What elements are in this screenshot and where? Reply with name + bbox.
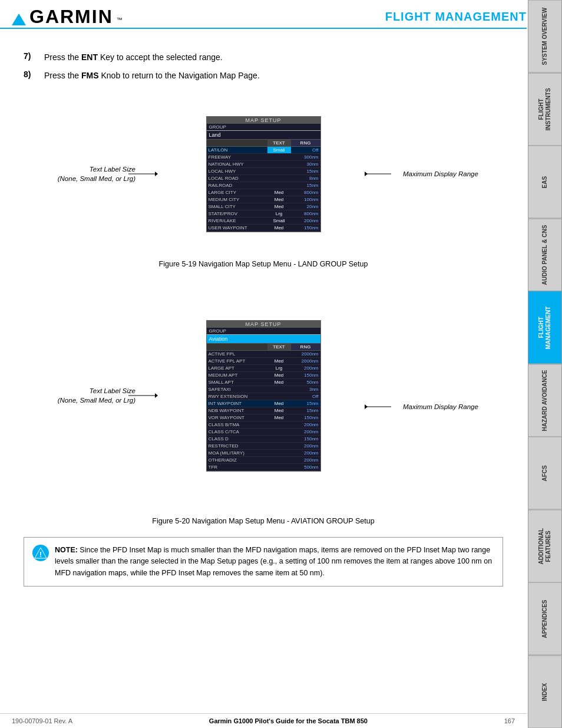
map-row-lat-lon: LAT/LON Small Off [207,147,320,154]
map-group-value-2: Aviation [207,335,320,344]
footer-right: 167 [504,717,515,724]
tab-system-overview[interactable]: SYSTEM OVERVIEW [528,0,562,73]
figure-1-left-arrow-icon [128,168,158,180]
map-row-large-city: LARGE CITY Med 800nm [207,189,320,196]
svg-marker-1 [155,172,158,176]
tab-flight-management[interactable]: FLIGHT MANAGEMENT [528,291,562,364]
map-row-vor-waypoint: VOR WAYPOINT Med 150nm [207,414,320,421]
figure-2-left-arrow-icon [128,390,158,401]
map-row-int-waypoint: INT WAYPOINT Med 15nm [207,400,320,407]
map-row-class-b-tma: CLASS B/TMA 200nm [207,421,320,429]
warning-triangle-icon: ! [34,546,47,559]
logo-triangle-icon [12,14,26,25]
step-7-text: Press the ENT Key to accept the selected… [44,51,223,64]
map-row-class-c-tca: CLASS C/TCA 200nm [207,429,320,436]
step-8: 8) Press the FMS Knob to return to the N… [24,70,503,82]
logo-tm: ™ [117,17,123,23]
map-row-river-lake: RIVER/LAKE Small 200nm [207,218,320,225]
map-row-large-apt: LARGE APT Lrg 200nm [207,365,320,372]
note-icon: ! [32,545,49,561]
map-title-2: MAP SETUP [207,321,320,328]
tab-index[interactable]: INDEX [528,655,562,729]
map-row-freeway: FREEWAY 300nm [207,154,320,161]
map-row-medium-city: MEDIUM CITY Med 100nm [207,196,320,203]
note-text: NOTE: Since the PFD Inset Map is much sm… [55,545,494,579]
figure-2-left-annotation: Text Label Size(None, Small Med, or Lrg) [41,386,135,405]
figure-1-right-annotation: Maximum Display Range [403,170,491,177]
garmin-logo: GARMIN ™ [12,6,123,28]
figure-2-wrapper: Text Label Size(None, Small Med, or Lrg)… [24,284,503,508]
map-header-1: TEXT RNG [207,140,320,147]
map-row-active-fpl-apt: ACTIVE FPL APT Med 2000nm [207,358,320,365]
page-footer: 190-00709-01 Rev. A Garmin G1000 Pilot's… [0,713,527,728]
svg-marker-3 [365,172,368,176]
map-row-restricted: RESTRICTED 200nm [207,443,320,450]
tab-additional-features[interactable]: ADDITIONAL FEATURES [528,510,562,583]
map-row-rwy-ext: RWY EXTENSION Off [207,393,320,400]
figure-1-left-annotation: Text Label Size(None, Small Med, or Lrg) [41,164,135,183]
step-8-text: Press the FMS Knob to return to the Navi… [44,70,260,82]
step-7-num: 7) [24,51,38,64]
map-row-small-city: SMALL CITY Med 20nm [207,203,320,210]
figure-1-container: Text Label Size(None, Small Med, or Lrg)… [24,93,503,268]
map-group-1: GROUP [207,124,320,131]
step-7: 7) Press the ENT Key to accept the selec… [24,51,503,64]
svg-marker-7 [365,404,368,409]
map-row-ndb-waypoint: NDB WAYPOINT Med 15nm [207,407,320,414]
logo-text: GARMIN [29,6,113,28]
tab-eas[interactable]: EAS [528,146,562,219]
figure-1-caption: Figure 5-19 Navigation Map Setup Menu - … [159,260,368,268]
map-group-value-1: Land [207,131,320,140]
main-content: 7) Press the ENT Key to accept the selec… [0,29,527,598]
figure-1-wrapper: Text Label Size(None, Small Med, or Lrg)… [24,97,503,251]
map-row-local-hwy: LOCAL HWY 15nm [207,168,320,175]
map-row-class-d: CLASS D 150nm [207,436,320,443]
right-sidebar: SYSTEM OVERVIEW FLIGHT INSTRUMENTS EAS A… [528,0,562,728]
tab-audio-panel-cns[interactable]: AUDIO PANEL & CNS [528,219,562,292]
map-row-user-waypoint: USER WAYPOINT Med 150nm [207,225,320,232]
step-8-num: 8) [24,70,38,82]
tab-hazard-avoidance[interactable]: HAZARD AVOIDANCE [528,364,562,437]
map-row-other-adiz: OTHER/ADIZ 200nm [207,457,320,464]
tab-flight-instruments[interactable]: FLIGHT INSTRUMENTS [528,73,562,146]
map-row-moa: MOA (MILITARY) 200nm [207,450,320,457]
figure-2-right-annotation: Maximum Display Range [403,403,491,410]
map-row-local-road: LOCAL ROAD 8nm [207,175,320,182]
footer-left: 190-00709-01 Rev. A [12,717,72,724]
figure-2-right-arrow-icon [365,401,394,413]
footer-center: Garmin G1000 Pilot's Guide for the Socat… [209,717,368,724]
figure-1-right-arrow-icon [365,168,394,180]
map-row-tfr: TFR 500nm [207,464,320,471]
tab-appendices[interactable]: APPENDICES [528,582,562,655]
page-title: FLIGHT MANAGEMENT [385,10,527,24]
figure-2-container: Text Label Size(None, Small Med, or Lrg)… [24,279,503,525]
map-title-1: MAP SETUP [207,117,320,124]
map-row-national-hwy: NATIONAL HWY 30nm [207,161,320,168]
map-row-state-prov: STATE/PROV Lrg 800nm [207,210,320,218]
map-row-safetaxi: SAFETAXI 3nm [207,386,320,393]
tab-afcs[interactable]: AFCS [528,437,562,510]
svg-marker-5 [155,393,158,398]
map-group-2: GROUP [207,328,320,335]
map-header-2: TEXT RNG [207,344,320,351]
figure-2-caption: Figure 5-20 Navigation Map Setup Menu - … [152,517,374,525]
svg-text:!: ! [39,551,42,559]
map-row-medium-apt: MEDIUM APT Med 150nm [207,372,320,379]
page-header: GARMIN ™ FLIGHT MANAGEMENT [0,0,527,29]
map-row-small-apt: SMALL APT Med 50nm [207,379,320,386]
figure-1-map-table: MAP SETUP GROUP Land TEXT RNG LAT/LON Sm… [206,116,321,232]
map-row-active-fpl: ACTIVE FPL 2000nm [207,351,320,358]
note-box: ! NOTE: Since the PFD Inset Map is much … [24,537,503,587]
figure-2-map-table: MAP SETUP GROUP Aviation TEXT RNG ACTIVE… [206,320,321,472]
map-row-railroad: RAILROAD 15nm [207,182,320,189]
